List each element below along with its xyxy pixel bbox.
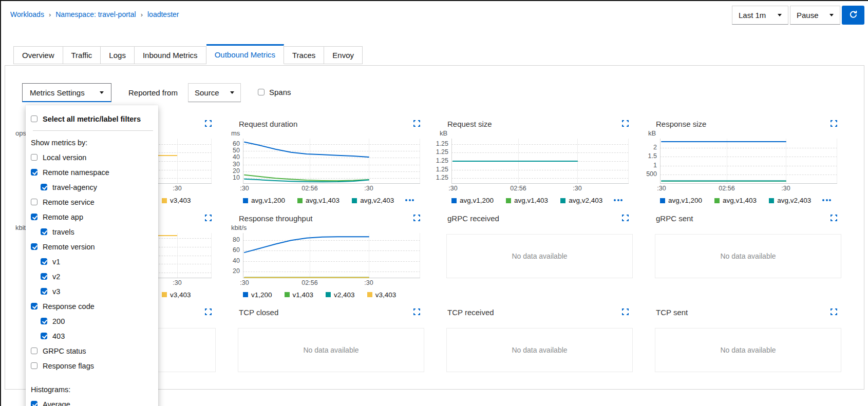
legend-item-avg-v2-403[interactable]: avg,v2,403 [769,197,811,204]
checkbox-v3[interactable] [41,288,47,295]
checkbox-remote-version[interactable] [31,243,37,250]
menu-item-remote-namespace[interactable]: Remote namespace [30,165,154,180]
checkbox-403[interactable] [41,333,47,339]
tab-traces[interactable]: Traces [284,46,324,64]
checkbox-v1[interactable] [41,258,47,265]
legend-item-avg-v1-200[interactable]: avg,v1,200 [660,197,702,204]
checkbox-select-all-metric-label-filters[interactable] [31,115,37,122]
expand-button[interactable] [205,120,212,127]
expand-icon [831,309,837,317]
tab-outbound-metrics[interactable]: Outbound Metrics [206,44,284,64]
checkbox-local-version[interactable] [31,154,37,161]
spans-checkbox[interactable] [258,89,265,95]
menu-item-remote-service[interactable]: Remote service [30,195,154,209]
menu-item-local-version[interactable]: Local version [30,150,154,165]
menu-item-average[interactable]: Average [30,397,154,406]
expand-button[interactable] [831,120,837,127]
menu-item-response-code[interactable]: Response code [30,299,154,314]
legend-item-avg-v2-403[interactable]: avg,v2,403 [560,197,602,204]
menu-item-remote-app[interactable]: Remote app [30,209,154,224]
legend-label: v3,403 [375,291,397,299]
metrics-settings-button[interactable]: Metrics Settings [22,83,111,102]
checkbox-travel-agency[interactable] [41,184,47,190]
expand-button[interactable] [831,215,837,221]
tab-envoy[interactable]: Envoy [324,46,363,64]
menu-item-200[interactable]: 200 [30,314,154,328]
checkbox-average[interactable] [31,401,37,406]
legend-swatch [285,292,290,297]
empty-chart-area: No data available [446,328,633,372]
menu-item-travel-agency[interactable]: travel-agency [30,180,154,195]
legend-item-avg-v1-403[interactable]: avg,v1,403 [714,197,757,204]
legend-item-v3-403[interactable]: v3,403 [162,291,191,299]
checkbox-response-flags[interactable] [31,362,37,369]
legend-item-avg-v1-200[interactable]: avg,v1,200 [451,197,494,204]
expand-button[interactable] [622,308,629,315]
legend-more-button[interactable] [405,199,414,201]
legend-item-v1-200[interactable]: v1,200 [243,291,272,299]
x-axis-tick-label: 02:56 [502,185,535,192]
checkbox-v2[interactable] [41,273,47,280]
menu-item-select-all-metric-label-filters[interactable]: Select all metric/label filters [30,111,154,126]
tab-inbound-metrics[interactable]: Inbound Metrics [135,46,206,64]
legend-item-avg-v1-403[interactable]: avg,v1,403 [297,197,339,204]
legend-more-button[interactable] [822,199,831,201]
no-data-text: No data available [512,252,567,260]
expand-button[interactable] [831,308,837,315]
legend-more-button[interactable] [614,199,622,201]
y-axis-tick-label: 80 [211,236,240,243]
legend-item-v3-403[interactable]: v3,403 [162,197,191,204]
reported-from-select[interactable]: Source [188,83,241,102]
legend-item-avg-v1-403[interactable]: avg,v1,403 [506,197,548,204]
checkbox-grpc-status[interactable] [31,347,37,354]
expand-icon [413,215,420,223]
menu-item-label: Select all metric/label filters [43,115,141,123]
checkbox-response-code[interactable] [31,303,37,310]
refresh-interval-select[interactable]: Pause [790,6,840,25]
legend-item-v3-403[interactable]: v3,403 [367,291,397,299]
y-axis-tick-label: 50 [211,147,240,154]
breadcrumb-link-workloads[interactable]: Workloads [10,10,44,18]
refresh-button[interactable] [842,6,864,25]
breadcrumb-link-namespace-travel-portal[interactable]: Namespace: travel-portal [55,10,136,18]
breadcrumb-separator: › [141,11,143,18]
checkbox-200[interactable] [41,318,47,324]
checkbox-remote-namespace[interactable] [31,169,37,176]
breadcrumb-link-loadtester[interactable]: loadtester [147,10,179,18]
chart-grpc-sent: gRPC sentNo data available [646,214,843,308]
time-range-select[interactable]: Last 1m [732,6,788,25]
menu-item-travels[interactable]: travels [30,224,154,239]
expand-button[interactable] [205,215,212,221]
menu-item-403[interactable]: 403 [30,328,154,343]
expand-button[interactable] [413,308,420,315]
legend-item-avg-v2-403[interactable]: avg,v2,403 [352,197,394,204]
x-axis-tick-label: :30 [161,279,194,286]
expand-button[interactable] [413,215,420,221]
tab-overview[interactable]: Overview [13,46,63,64]
menu-item-v3[interactable]: v3 [30,284,154,299]
chart-request-size: Request sizekB1.251.251.251.251.25:3002:… [437,120,635,214]
checkbox-remote-app[interactable] [31,214,37,220]
legend-item-v2-403[interactable]: v2,403 [326,291,355,299]
legend-item-avg-v1-200[interactable]: avg,v1,200 [243,197,285,204]
legend-label: v3,403 [170,197,191,204]
checkbox-travels[interactable] [41,228,47,235]
tab-traffic[interactable]: Traffic [63,46,101,64]
expand-button[interactable] [205,308,212,315]
menu-item-grpc-status[interactable]: GRPC status [30,343,154,358]
expand-icon [831,215,837,223]
tab-logs[interactable]: Logs [101,46,135,64]
expand-button[interactable] [622,215,629,221]
legend-item-v1-403[interactable]: v1,403 [285,291,314,299]
chart-response-throughput: Response throughputkbit/s80604020:3002:5… [229,214,426,308]
expand-button[interactable] [413,120,420,127]
menu-item-v1[interactable]: v1 [30,254,154,269]
empty-chart-area: No data available [655,328,841,372]
menu-item-response-flags[interactable]: Response flags [30,358,154,373]
legend-swatch [451,198,457,203]
menu-item-v2[interactable]: v2 [30,269,154,284]
expand-button[interactable] [622,120,629,127]
checkbox-remote-service[interactable] [31,199,37,205]
reported-from-value: Source [195,88,219,97]
menu-item-remote-version[interactable]: Remote version [30,239,154,254]
